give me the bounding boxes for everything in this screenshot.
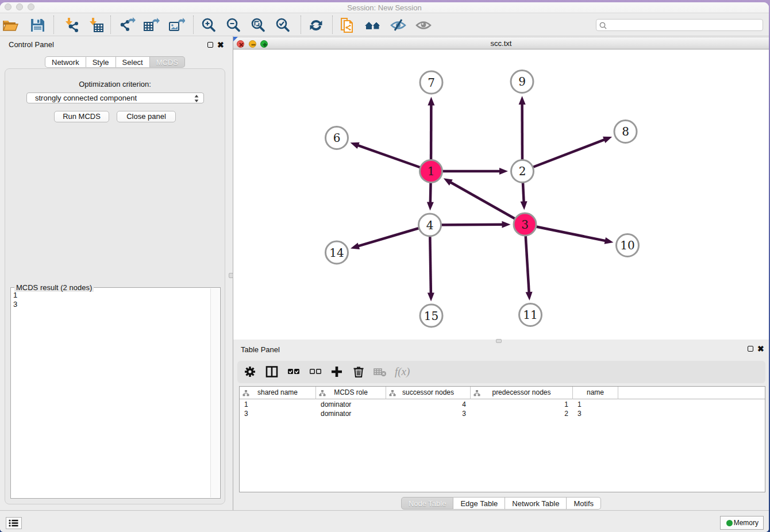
control-tab-style[interactable]: Style: [86, 56, 116, 68]
column-header-name[interactable]: name: [573, 387, 618, 399]
graph-node-label-2: 2: [519, 164, 526, 178]
column-header-successor-nodes[interactable]: successor nodes: [386, 387, 471, 399]
control-tab-mcds[interactable]: MCDS: [150, 56, 185, 68]
control-panel: Control Panel ✖ NetworkStyleSelectMCDS O…: [0, 36, 233, 510]
control-tab-select[interactable]: Select: [116, 56, 150, 68]
function-builder-icon[interactable]: f(x): [394, 365, 415, 379]
first-neighbors-icon[interactable]: [364, 17, 382, 34]
graph-node-label-3: 3: [521, 218, 529, 232]
edge-arrow-4-3: [502, 221, 510, 228]
cell-0-successor-nodes[interactable]: 4: [386, 400, 471, 409]
cell-0-predecessor-nodes[interactable]: 1: [471, 400, 573, 409]
memory-button[interactable]: Memory: [720, 516, 764, 530]
zoom-out-icon[interactable]: [225, 17, 242, 34]
hide-selected-icon[interactable]: [390, 17, 407, 34]
mcds-panel: Optimization criterion: strongly connect…: [5, 68, 225, 504]
export-image-icon[interactable]: [168, 17, 185, 34]
split-columns-icon[interactable]: [265, 365, 279, 379]
column-header-MCDS-role[interactable]: MCDS role: [316, 387, 386, 399]
toolbar-separator: [301, 16, 301, 34]
table-panel-close-button[interactable]: ✖: [757, 345, 764, 352]
table-row-1[interactable]: 3dominator323: [240, 409, 618, 418]
table-tab-node-table[interactable]: Node Table: [401, 497, 454, 510]
deselect-all-icon[interactable]: [309, 365, 322, 379]
edge-arrow-3-11: [526, 292, 533, 300]
combo-arrows-icon: [194, 94, 199, 105]
split-divider-grip[interactable]: [229, 273, 233, 278]
mcds-result-list[interactable]: 1 3: [13, 291, 17, 309]
edge-3-10[interactable]: [525, 225, 606, 241]
cell-1-shared-name[interactable]: 3: [240, 409, 316, 418]
table-panel-float-button[interactable]: [748, 346, 753, 352]
export-table-icon[interactable]: [143, 17, 160, 34]
network-window-titlebar[interactable]: scc.txt: [233, 37, 769, 49]
network-maximize-button[interactable]: [260, 40, 268, 48]
mcds-result-scrollbar[interactable]: [210, 288, 219, 498]
zoom-selected-icon[interactable]: [274, 17, 291, 34]
mcds-result-title: MCDS result (2 nodes): [14, 283, 94, 292]
graph-node-label-15: 15: [424, 309, 438, 323]
close-panel-button[interactable]: Close panel: [117, 111, 176, 122]
cell-1-predecessor-nodes[interactable]: 2: [471, 409, 573, 418]
show-all-icon[interactable]: [415, 17, 432, 34]
save-session-icon[interactable]: [29, 17, 46, 34]
edge-2-8[interactable]: [522, 140, 605, 171]
add-column-icon[interactable]: [330, 365, 344, 379]
delete-column-icon[interactable]: [352, 365, 365, 379]
svg-text:f(x): f(x): [395, 365, 410, 378]
cell-0-shared-name[interactable]: 1: [240, 400, 316, 409]
open-file-icon[interactable]: [2, 17, 19, 34]
graph-node-label-7: 7: [428, 76, 435, 90]
table-row-0[interactable]: 1dominator411: [240, 400, 618, 409]
toolbar-separator: [193, 16, 194, 34]
network-window: scc.txt 1234678910111415: [233, 37, 769, 340]
cell-1-successor-nodes[interactable]: 3: [386, 409, 471, 418]
graph-node-label-6: 6: [333, 131, 341, 145]
toolbar-separator: [332, 16, 333, 34]
edge-arrow-1-4: [427, 202, 434, 210]
graph-node-label-9: 9: [518, 75, 526, 88]
delete-table-icon[interactable]: [373, 365, 387, 379]
graph-node-label-14: 14: [329, 246, 344, 260]
table-tab-network-table[interactable]: Network Table: [505, 497, 567, 510]
memory-status-dot: [726, 520, 733, 526]
optimization-criterion-select[interactable]: strongly connected component: [26, 92, 204, 103]
search-input[interactable]: [609, 20, 759, 30]
frame-focus-mark: [233, 37, 238, 41]
status-bar: Memory: [0, 510, 769, 532]
edge-arrow-1-7: [428, 97, 434, 105]
show-panels-button[interactable]: [6, 517, 22, 529]
refresh-icon[interactable]: [307, 17, 325, 34]
cell-1-name[interactable]: 3: [573, 409, 618, 418]
control-panel-float-button[interactable]: [207, 42, 213, 48]
import-network-icon[interactable]: [63, 17, 80, 34]
control-tab-network[interactable]: Network: [45, 56, 86, 68]
import-table-icon[interactable]: [87, 17, 105, 34]
column-header-shared-name[interactable]: shared name: [240, 387, 316, 399]
network-graph: 1234678910111415: [233, 50, 769, 340]
edge-arrow-3-1: [444, 178, 453, 186]
export-network-icon[interactable]: [118, 17, 136, 34]
table-tab-motifs[interactable]: Motifs: [567, 497, 601, 510]
control-panel-close-button[interactable]: ✖: [217, 41, 224, 48]
edge-3-1[interactable]: [450, 182, 525, 225]
cell-1-MCDS-role[interactable]: dominator: [316, 409, 386, 418]
control-panel-title: Control Panel: [9, 40, 54, 49]
cell-0-MCDS-role[interactable]: dominator: [316, 400, 386, 409]
zoom-in-icon[interactable]: [200, 17, 217, 34]
graph-node-label-8: 8: [622, 125, 629, 138]
window-title: Session: New Session: [0, 2, 769, 13]
select-all-icon[interactable]: [287, 365, 301, 379]
table-tab-edge-table[interactable]: Edge Table: [453, 497, 505, 510]
run-mcds-button[interactable]: Run MCDS: [54, 111, 109, 122]
column-header-predecessor-nodes[interactable]: predecessor nodes: [471, 387, 573, 399]
search-field[interactable]: [596, 19, 763, 31]
network-minimize-button[interactable]: [249, 40, 256, 48]
network-canvas[interactable]: 1234678910111415: [233, 50, 769, 340]
main-content: Control Panel ✖ NetworkStyleSelectMCDS O…: [0, 36, 769, 510]
clone-network-icon[interactable]: [339, 17, 356, 34]
table-tabs: Node TableEdge TableNetwork TableMotifs: [233, 497, 769, 510]
settings-icon[interactable]: [243, 365, 257, 379]
zoom-fit-icon[interactable]: [249, 17, 267, 34]
cell-0-name[interactable]: 1: [573, 400, 618, 409]
